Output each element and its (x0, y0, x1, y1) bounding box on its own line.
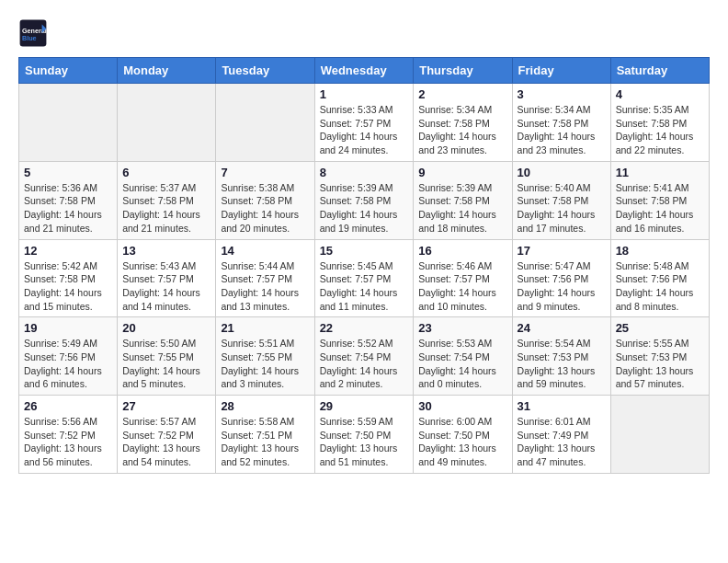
day-cell: 15Sunrise: 5:45 AM Sunset: 7:57 PM Dayli… (314, 239, 414, 317)
day-cell: 19Sunrise: 5:49 AM Sunset: 7:56 PM Dayli… (19, 317, 118, 396)
day-info: Sunrise: 5:48 AM Sunset: 7:56 PM Dayligh… (616, 259, 704, 314)
day-cell: 6Sunrise: 5:37 AM Sunset: 7:58 PM Daylig… (118, 161, 216, 239)
header-cell-monday: Monday (118, 58, 216, 84)
day-number: 25 (616, 321, 704, 335)
week-row-2: 12Sunrise: 5:42 AM Sunset: 7:58 PM Dayli… (19, 239, 710, 317)
day-cell: 4Sunrise: 5:35 AM Sunset: 7:58 PM Daylig… (610, 84, 709, 162)
day-cell (610, 396, 709, 474)
day-info: Sunrise: 5:34 AM Sunset: 7:58 PM Dayligh… (518, 103, 606, 157)
day-cell: 11Sunrise: 5:41 AM Sunset: 7:58 PM Dayli… (610, 161, 709, 239)
day-info: Sunrise: 5:33 AM Sunset: 7:57 PM Dayligh… (320, 103, 409, 157)
day-info: Sunrise: 5:59 AM Sunset: 7:50 PM Dayligh… (320, 415, 409, 469)
day-cell: 2Sunrise: 5:34 AM Sunset: 7:58 PM Daylig… (414, 84, 512, 162)
week-row-0: 1Sunrise: 5:33 AM Sunset: 7:57 PM Daylig… (19, 84, 710, 162)
day-cell: 21Sunrise: 5:51 AM Sunset: 7:55 PM Dayli… (216, 317, 314, 396)
day-info: Sunrise: 5:57 AM Sunset: 7:52 PM Dayligh… (122, 415, 210, 469)
day-cell: 17Sunrise: 5:47 AM Sunset: 7:56 PM Dayli… (512, 239, 610, 317)
day-info: Sunrise: 5:49 AM Sunset: 7:56 PM Dayligh… (24, 337, 112, 391)
week-row-1: 5Sunrise: 5:36 AM Sunset: 7:58 PM Daylig… (19, 161, 710, 239)
day-number: 15 (320, 244, 409, 258)
day-info: Sunrise: 5:43 AM Sunset: 7:57 PM Dayligh… (122, 259, 210, 314)
day-info: Sunrise: 5:42 AM Sunset: 7:58 PM Dayligh… (24, 259, 112, 314)
day-info: Sunrise: 5:37 AM Sunset: 7:58 PM Dayligh… (122, 181, 210, 236)
day-number: 19 (24, 321, 112, 335)
day-info: Sunrise: 5:55 AM Sunset: 7:53 PM Dayligh… (616, 337, 704, 391)
day-cell: 10Sunrise: 5:40 AM Sunset: 7:58 PM Dayli… (512, 161, 610, 239)
day-cell (216, 84, 314, 162)
day-number: 14 (221, 244, 309, 258)
day-info: Sunrise: 5:56 AM Sunset: 7:52 PM Dayligh… (24, 415, 112, 469)
day-info: Sunrise: 5:39 AM Sunset: 7:58 PM Dayligh… (320, 181, 409, 236)
day-cell: 7Sunrise: 5:38 AM Sunset: 7:58 PM Daylig… (216, 161, 314, 239)
day-cell: 14Sunrise: 5:44 AM Sunset: 7:57 PM Dayli… (216, 239, 314, 317)
header-cell-sunday: Sunday (19, 58, 118, 84)
logo: General Blue (18, 18, 53, 48)
day-number: 23 (418, 321, 506, 335)
day-number: 26 (24, 399, 112, 413)
header-cell-friday: Friday (512, 58, 610, 84)
day-info: Sunrise: 5:35 AM Sunset: 7:58 PM Dayligh… (616, 103, 704, 157)
week-row-3: 19Sunrise: 5:49 AM Sunset: 7:56 PM Dayli… (19, 317, 710, 396)
day-number: 2 (418, 87, 506, 101)
day-number: 20 (122, 321, 210, 335)
day-number: 31 (518, 399, 606, 413)
day-cell: 5Sunrise: 5:36 AM Sunset: 7:58 PM Daylig… (19, 161, 118, 239)
day-number: 4 (616, 87, 704, 101)
day-info: Sunrise: 5:47 AM Sunset: 7:56 PM Dayligh… (518, 259, 606, 314)
day-number: 9 (418, 166, 506, 179)
logo-icon: General Blue (18, 18, 48, 48)
day-cell (19, 84, 118, 162)
page-header: General Blue (18, 18, 710, 48)
day-info: Sunrise: 5:50 AM Sunset: 7:55 PM Dayligh… (122, 337, 210, 391)
day-info: Sunrise: 5:52 AM Sunset: 7:54 PM Dayligh… (320, 337, 409, 391)
day-cell: 22Sunrise: 5:52 AM Sunset: 7:54 PM Dayli… (314, 317, 414, 396)
day-info: Sunrise: 5:45 AM Sunset: 7:57 PM Dayligh… (320, 259, 409, 314)
day-cell: 1Sunrise: 5:33 AM Sunset: 7:57 PM Daylig… (314, 84, 414, 162)
day-number: 29 (320, 399, 409, 413)
day-info: Sunrise: 5:39 AM Sunset: 7:58 PM Dayligh… (418, 181, 506, 236)
day-info: Sunrise: 5:44 AM Sunset: 7:57 PM Dayligh… (221, 259, 309, 314)
day-cell (118, 84, 216, 162)
day-cell: 18Sunrise: 5:48 AM Sunset: 7:56 PM Dayli… (610, 239, 709, 317)
calendar-body: 1Sunrise: 5:33 AM Sunset: 7:57 PM Daylig… (19, 84, 710, 474)
day-cell: 23Sunrise: 5:53 AM Sunset: 7:54 PM Dayli… (414, 317, 512, 396)
header-row: SundayMondayTuesdayWednesdayThursdayFrid… (19, 58, 710, 84)
day-number: 7 (221, 166, 309, 179)
day-number: 13 (122, 244, 210, 258)
header-cell-tuesday: Tuesday (216, 58, 314, 84)
day-number: 6 (122, 166, 210, 179)
day-cell: 12Sunrise: 5:42 AM Sunset: 7:58 PM Dayli… (19, 239, 118, 317)
calendar-header: SundayMondayTuesdayWednesdayThursdayFrid… (19, 58, 710, 84)
day-cell: 29Sunrise: 5:59 AM Sunset: 7:50 PM Dayli… (314, 396, 414, 474)
header-cell-thursday: Thursday (414, 58, 512, 84)
day-cell: 8Sunrise: 5:39 AM Sunset: 7:58 PM Daylig… (314, 161, 414, 239)
day-info: Sunrise: 5:51 AM Sunset: 7:55 PM Dayligh… (221, 337, 309, 391)
day-info: Sunrise: 5:53 AM Sunset: 7:54 PM Dayligh… (418, 337, 506, 391)
day-cell: 20Sunrise: 5:50 AM Sunset: 7:55 PM Dayli… (118, 317, 216, 396)
day-info: Sunrise: 5:36 AM Sunset: 7:58 PM Dayligh… (24, 181, 112, 236)
day-info: Sunrise: 5:54 AM Sunset: 7:53 PM Dayligh… (518, 337, 606, 391)
day-cell: 9Sunrise: 5:39 AM Sunset: 7:58 PM Daylig… (414, 161, 512, 239)
day-cell: 24Sunrise: 5:54 AM Sunset: 7:53 PM Dayli… (512, 317, 610, 396)
day-info: Sunrise: 5:38 AM Sunset: 7:58 PM Dayligh… (221, 181, 309, 236)
svg-text:Blue: Blue (22, 34, 37, 42)
day-info: Sunrise: 5:40 AM Sunset: 7:58 PM Dayligh… (518, 181, 606, 236)
day-number: 11 (616, 166, 704, 179)
day-number: 8 (320, 166, 409, 179)
day-number: 24 (518, 321, 606, 335)
day-number: 18 (616, 244, 704, 258)
day-number: 10 (518, 166, 606, 179)
day-number: 16 (418, 244, 506, 258)
day-cell: 3Sunrise: 5:34 AM Sunset: 7:58 PM Daylig… (512, 84, 610, 162)
day-cell: 16Sunrise: 5:46 AM Sunset: 7:57 PM Dayli… (414, 239, 512, 317)
day-cell: 31Sunrise: 6:01 AM Sunset: 7:49 PM Dayli… (512, 396, 610, 474)
day-cell: 13Sunrise: 5:43 AM Sunset: 7:57 PM Dayli… (118, 239, 216, 317)
day-cell: 25Sunrise: 5:55 AM Sunset: 7:53 PM Dayli… (610, 317, 709, 396)
day-number: 21 (221, 321, 309, 335)
day-number: 22 (320, 321, 409, 335)
day-cell: 27Sunrise: 5:57 AM Sunset: 7:52 PM Dayli… (118, 396, 216, 474)
day-number: 1 (320, 87, 409, 101)
day-number: 3 (518, 87, 606, 101)
day-number: 27 (122, 399, 210, 413)
day-number: 5 (24, 166, 112, 179)
